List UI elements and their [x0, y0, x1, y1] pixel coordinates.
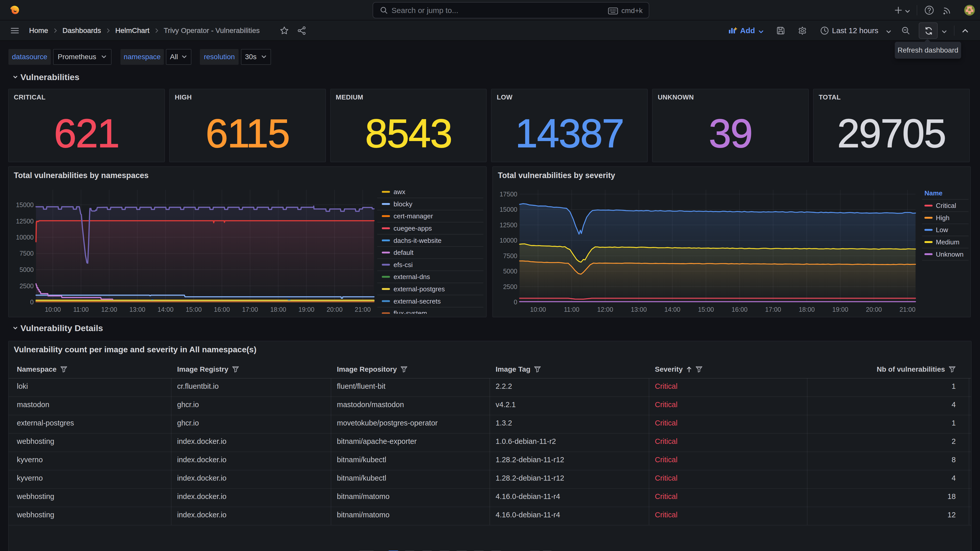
- svg-text:external-secrets: external-secrets: [393, 297, 441, 305]
- svg-text:19:00: 19:00: [832, 306, 848, 313]
- svg-text:2500: 2500: [19, 283, 34, 289]
- svg-text:17:00: 17:00: [242, 306, 258, 313]
- svg-text:13:00: 13:00: [631, 306, 647, 313]
- svg-text:20:00: 20:00: [866, 306, 882, 313]
- svg-text:awx: awx: [393, 188, 405, 196]
- svg-text:12:00: 12:00: [101, 306, 118, 313]
- svg-text:12500: 12500: [16, 218, 34, 225]
- svg-text:10000: 10000: [500, 237, 517, 244]
- svg-text:Unknown: Unknown: [936, 251, 963, 258]
- svg-text:12500: 12500: [500, 221, 517, 229]
- svg-text:default: default: [393, 249, 414, 256]
- svg-text:Medium: Medium: [936, 238, 959, 246]
- svg-text:17500: 17500: [500, 191, 517, 198]
- svg-text:0: 0: [514, 299, 517, 306]
- svg-text:14:00: 14:00: [158, 306, 173, 313]
- svg-text:High: High: [936, 214, 950, 222]
- svg-text:13:00: 13:00: [129, 306, 145, 313]
- svg-text:7500: 7500: [503, 252, 517, 259]
- svg-text:10000: 10000: [16, 233, 34, 241]
- svg-text:efs-csi: efs-csi: [393, 261, 413, 268]
- svg-text:Critical: Critical: [936, 202, 956, 210]
- svg-text:flux-system: flux-system: [393, 310, 427, 317]
- svg-text:cuegee-apps: cuegee-apps: [393, 224, 432, 232]
- svg-text:5000: 5000: [503, 268, 517, 275]
- svg-text:17:00: 17:00: [765, 306, 781, 313]
- svg-text:10:00: 10:00: [530, 306, 546, 313]
- svg-text:16:00: 16:00: [732, 306, 748, 313]
- svg-text:15:00: 15:00: [698, 306, 714, 313]
- svg-text:18:00: 18:00: [799, 306, 815, 313]
- svg-text:5000: 5000: [19, 266, 34, 273]
- svg-text:blocky: blocky: [393, 200, 412, 208]
- svg-text:21:00: 21:00: [899, 306, 915, 313]
- svg-text:dachs-it-website: dachs-it-website: [393, 237, 442, 245]
- svg-text:Low: Low: [936, 226, 948, 233]
- svg-text:11:00: 11:00: [73, 306, 89, 313]
- svg-text:15000: 15000: [500, 206, 517, 213]
- svg-text:18:00: 18:00: [270, 306, 286, 313]
- svg-text:21:00: 21:00: [355, 306, 371, 313]
- svg-text:0: 0: [30, 299, 34, 306]
- svg-text:12:00: 12:00: [597, 306, 613, 313]
- svg-text:10:00: 10:00: [45, 306, 61, 313]
- svg-text:7500: 7500: [19, 250, 34, 257]
- svg-text:14:00: 14:00: [664, 306, 680, 313]
- svg-text:external-postgres: external-postgres: [393, 285, 445, 293]
- svg-text:2500: 2500: [503, 283, 517, 290]
- svg-text:external-dns: external-dns: [393, 273, 430, 281]
- svg-text:Name: Name: [924, 189, 942, 197]
- svg-text:15000: 15000: [16, 201, 34, 208]
- svg-text:11:00: 11:00: [564, 306, 579, 313]
- svg-text:19:00: 19:00: [298, 306, 314, 313]
- svg-text:cert-manager: cert-manager: [393, 212, 433, 220]
- svg-text:16:00: 16:00: [214, 306, 230, 313]
- svg-text:15:00: 15:00: [186, 306, 202, 313]
- svg-text:20:00: 20:00: [327, 306, 343, 313]
